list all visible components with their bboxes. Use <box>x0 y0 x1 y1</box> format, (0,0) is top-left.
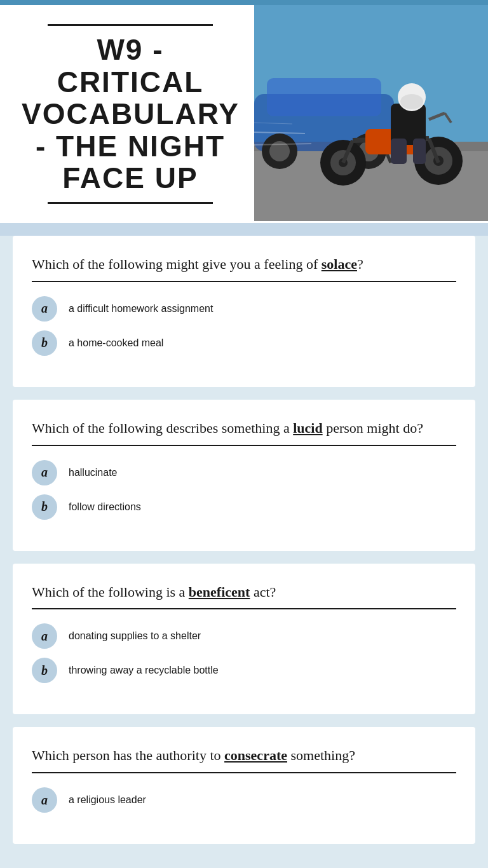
answer-bubble-4a: a <box>32 787 57 813</box>
answer-label-1a: a difficult homework assignment <box>69 303 213 315</box>
header-title: W9 - CRITICAL VOCABULARY - THE NIGHT FAC… <box>22 34 239 194</box>
question-text-4: Which person has the authority to consec… <box>32 746 456 773</box>
svg-rect-26 <box>413 139 426 164</box>
header-bottom-line <box>48 202 213 204</box>
svg-rect-4 <box>267 78 381 116</box>
answer-bubble-3a: a <box>32 623 57 649</box>
answer-option-1a[interactable]: a a difficult homework assignment <box>32 296 456 322</box>
content-area: Which of the following might give you a … <box>0 236 488 868</box>
answer-bubble-letter-4a: a <box>41 793 48 808</box>
answer-label-1b: a home-cooked meal <box>69 337 163 349</box>
answer-option-1b[interactable]: b a home-cooked meal <box>32 330 456 356</box>
answer-option-3a[interactable]: a donating supplies to a shelter <box>32 623 456 649</box>
header-top-line <box>48 24 213 26</box>
svg-rect-25 <box>391 139 407 164</box>
header-image <box>254 5 488 221</box>
svg-point-24 <box>400 94 423 109</box>
answer-option-3b[interactable]: b throwing away a recyclable bottle <box>32 658 456 683</box>
answer-bubble-3b: b <box>32 658 57 683</box>
answer-label-3a: donating supplies to a shelter <box>69 630 201 642</box>
answer-bubble-letter-2b: b <box>41 499 48 514</box>
answer-option-4a[interactable]: a a religious leader <box>32 787 456 813</box>
answer-label-3b: throwing away a recyclable bottle <box>69 665 219 676</box>
answer-bubble-letter-1b: b <box>41 336 48 350</box>
question-text-2: Which of the following describes somethi… <box>32 419 456 446</box>
answer-bubble-letter-1a: a <box>41 301 48 316</box>
answer-label-2b: follow directions <box>69 501 141 513</box>
keyword-1: solace <box>322 256 357 272</box>
question-card-1: Which of the following might give you a … <box>13 236 475 387</box>
answer-option-2a[interactable]: a hallucinate <box>32 460 456 485</box>
answer-bubble-1b: b <box>32 330 57 356</box>
answer-bubble-2b: b <box>32 494 57 520</box>
answer-bubble-letter-3b: b <box>41 663 48 678</box>
answer-bubble-letter-2a: a <box>41 465 48 480</box>
answer-label-4a: a religious leader <box>69 794 146 806</box>
keyword-2: lucid <box>293 420 322 436</box>
keyword-4: consecrate <box>224 747 287 763</box>
keyword-3: beneficent <box>189 584 250 600</box>
header-text-box: W9 - CRITICAL VOCABULARY - THE NIGHT FAC… <box>0 5 254 223</box>
question-card-3: Which of the following is a beneficent a… <box>13 564 475 715</box>
answer-bubble-letter-3a: a <box>41 629 48 644</box>
question-card-2: Which of the following describes somethi… <box>13 400 475 551</box>
answer-option-2b[interactable]: b follow directions <box>32 494 456 520</box>
answer-label-2a: hallucinate <box>69 467 118 478</box>
question-card-4: Which person has the authority to consec… <box>13 727 475 844</box>
header: W9 - CRITICAL VOCABULARY - THE NIGHT FAC… <box>0 0 488 223</box>
answer-bubble-2a: a <box>32 460 57 485</box>
question-text-1: Which of the following might give you a … <box>32 255 456 282</box>
question-text-3: Which of the following is a beneficent a… <box>32 583 456 610</box>
answer-bubble-1a: a <box>32 296 57 322</box>
